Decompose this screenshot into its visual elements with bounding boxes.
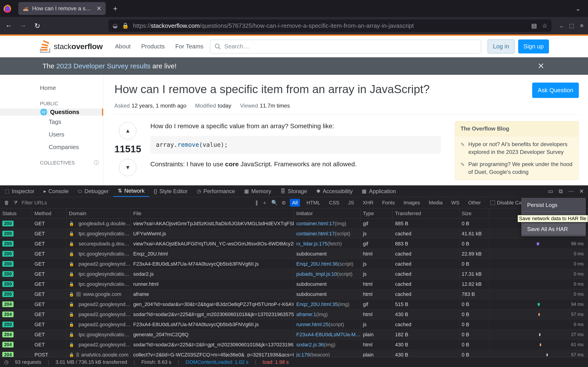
close-tab-icon[interactable]: ✕ — [96, 5, 102, 12]
back-button[interactable]: ← — [5, 22, 13, 30]
so-logo[interactable]: stackoverflow — [39, 40, 103, 53]
shield-icon[interactable]: ◒ — [112, 22, 118, 29]
filter-funnel-icon[interactable]: ⧩ — [13, 200, 17, 206]
filter-xhr[interactable]: XHR — [360, 199, 376, 207]
col-size[interactable]: Size — [459, 209, 489, 218]
filter-input[interactable]: Filter URLs — [22, 200, 47, 206]
pencil-icon: ✎ — [460, 161, 465, 176]
network-row[interactable]: 200GET🔒tpc.googlesyndicatio…runner.htmls… — [0, 279, 588, 289]
sidebar-item-tags[interactable]: Tags — [0, 116, 103, 128]
nav-teams[interactable]: For Teams — [175, 43, 203, 50]
sidebar-item-questions[interactable]: 🌐Questions — [0, 108, 103, 116]
network-row[interactable]: 200GET🔒pagead2.googlesynd…F23xA4-E8U0dLs… — [0, 259, 588, 269]
network-row[interactable]: 200GET🔒www.google.comaframesubdocumentht… — [0, 289, 588, 299]
downvote-button[interactable]: ▼ — [119, 159, 137, 176]
signup-button[interactable]: Sign up — [518, 40, 549, 53]
network-row[interactable]: 204GET🔒tpc.googlesyndicatio…generate_204… — [0, 330, 588, 340]
col-initiator[interactable]: Initiator — [294, 209, 361, 218]
sidebar-item-companies[interactable]: Companies — [0, 141, 103, 153]
network-row[interactable]: 200GET🔒pagead2.googlesynd…F23xA4-E8U0dLs… — [0, 319, 588, 330]
tooltip: Save network data to HAR file — [518, 215, 588, 222]
search-input[interactable]: Search… — [210, 40, 481, 53]
col-transferred[interactable]: Transferred — [393, 209, 459, 218]
browser-tab[interactable]: How can I remove a specific ite ✕ — [18, 2, 106, 15]
search-icon[interactable]: 🔍 — [271, 200, 277, 206]
pencil-icon: ✎ — [460, 141, 465, 156]
network-row[interactable]: 200GET🔒tpc.googlesyndicatio…UFYwWwmt.jsc… — [0, 229, 588, 239]
login-button[interactable]: Log in — [488, 40, 515, 53]
question-title: How can I remove a specific item from an… — [114, 83, 430, 96]
plus-icon[interactable]: ＋ — [262, 199, 267, 206]
filter-fonts[interactable]: Fonts — [380, 199, 397, 207]
devtools-tab-network[interactable]: ⇅Network — [113, 186, 149, 197]
devtools-tab-app[interactable]: ▦Application — [357, 186, 400, 197]
devtools-tab-debugger[interactable]: ⬭Debugger — [73, 186, 113, 197]
pause-icon[interactable]: ‖ — [255, 200, 258, 206]
network-row[interactable]: 204GET🔒pagead2.googlesynd…sodar?id=sodar… — [0, 309, 588, 319]
devtools-tab-style[interactable]: {}Style Editor — [149, 186, 192, 197]
dock-mode-icon[interactable]: ⧉ — [559, 188, 563, 194]
filter-images[interactable]: Images — [401, 199, 422, 207]
reload-button[interactable]: ↻ — [33, 22, 41, 30]
footer-dcl: DOMContentLoaded: 1.02 s — [186, 359, 249, 365]
more-icon[interactable]: ⋯ — [568, 188, 574, 194]
vote-count: 11515 — [114, 144, 141, 155]
bug-icon: ⬭ — [78, 188, 82, 194]
svg-point-5 — [215, 44, 219, 48]
url-text: https://stackoverflow.com/questions/5767… — [133, 22, 527, 29]
reader-mode-icon[interactable]: ▤ — [531, 22, 537, 29]
nav-about[interactable]: About — [115, 43, 131, 50]
col-status[interactable]: Status — [0, 209, 32, 218]
devtools-tab-inspector[interactable]: ⬚Inspector — [0, 186, 39, 197]
menu-save-har[interactable]: Save All As HAR — [522, 224, 586, 235]
ask-question-button[interactable]: Ask Question — [532, 83, 579, 98]
bookmark-star-icon[interactable]: ☆ — [542, 22, 547, 29]
network-row[interactable]: 200GET🔒securepubads.g.dou…view?xai=AKAOj… — [0, 239, 588, 249]
filter-html[interactable]: HTML — [304, 199, 322, 207]
filter-other[interactable]: Other — [466, 199, 483, 207]
filter-media[interactable]: Media — [426, 199, 445, 207]
network-row[interactable]: 200GET🔒googleads4.g.double…view?xai=AKAO… — [0, 219, 588, 229]
nav-products[interactable]: Products — [141, 43, 165, 50]
lock-icon[interactable]: 🔒 — [122, 23, 129, 29]
devtools-tab-memory[interactable]: ▦Memory — [240, 186, 276, 197]
close-devtools-icon[interactable]: ✕ — [579, 188, 584, 194]
menu-icon[interactable]: ≡ — [580, 23, 583, 29]
clear-icon[interactable]: 🗑 — [4, 200, 9, 206]
col-type[interactable]: Type — [361, 209, 393, 218]
filter-all[interactable]: All — [290, 199, 300, 207]
banner-close-icon[interactable]: ✕ — [537, 61, 544, 71]
tabs-dropdown-icon[interactable]: ⌄ — [575, 5, 581, 12]
blog-item[interactable]: ✎Pair programing? We peek under the hood… — [455, 158, 579, 178]
forward-button: → — [19, 22, 27, 30]
devtools-tab-console[interactable]: ▸Console — [39, 186, 73, 197]
block-icon[interactable]: ⊘ — [282, 200, 286, 206]
footer-size: 3.01 MB / 736.15 kB transferred — [56, 359, 127, 365]
banner-link[interactable]: 2023 Developer Survey results — [56, 62, 150, 70]
network-row[interactable]: 200GET🔒tpc.googlesyndicatio…sodar2.jspub… — [0, 269, 588, 279]
filter-ws[interactable]: WS — [449, 199, 462, 207]
network-row[interactable]: 204GET🔒pagead2.googlesynd…sodar?id=sodar… — [0, 340, 588, 350]
network-row[interactable]: 204GET🔒pagead2.googlesynd…gen_204?id=sod… — [0, 299, 588, 309]
menu-persist-logs[interactable]: Persist Logs — [522, 200, 586, 211]
col-domain[interactable]: Domain — [67, 209, 131, 218]
extensions-icon[interactable]: ⬚ — [569, 23, 574, 29]
filter-css[interactable]: CSS — [327, 199, 342, 207]
url-bar[interactable]: ◒ 🔒 https://stackoverflow.com/questions/… — [108, 19, 552, 32]
devtools-tab-a11y[interactable]: ✱Accessibility — [312, 186, 357, 197]
responsive-mode-icon[interactable]: ▭ — [548, 188, 553, 194]
pocket-icon[interactable]: ⌵ — [560, 23, 563, 29]
upvote-button[interactable]: ▲ — [119, 122, 137, 140]
col-method[interactable]: Method — [32, 209, 67, 218]
filter-js[interactable]: JS — [346, 199, 356, 207]
new-tab-button[interactable]: + — [113, 4, 118, 13]
info-icon[interactable]: ⓘ — [94, 159, 99, 166]
devtools-tab-storage[interactable]: 🗄Storage — [276, 186, 312, 197]
col-file[interactable]: File — [131, 209, 294, 218]
network-row[interactable]: 204POST🔒analytics.google.comcollect?v=2&… — [0, 350, 588, 357]
sidebar-item-users[interactable]: Users — [0, 128, 103, 141]
network-row[interactable]: 200GET🔒tpc.googlesyndicatio…Enqz_20U.htm… — [0, 249, 588, 259]
devtools-tab-perf[interactable]: ◷Performance — [192, 186, 240, 197]
sidebar-item-home[interactable]: Home — [0, 81, 103, 95]
blog-item[interactable]: ✎Hype or not? AI's benefits for develope… — [455, 138, 579, 158]
